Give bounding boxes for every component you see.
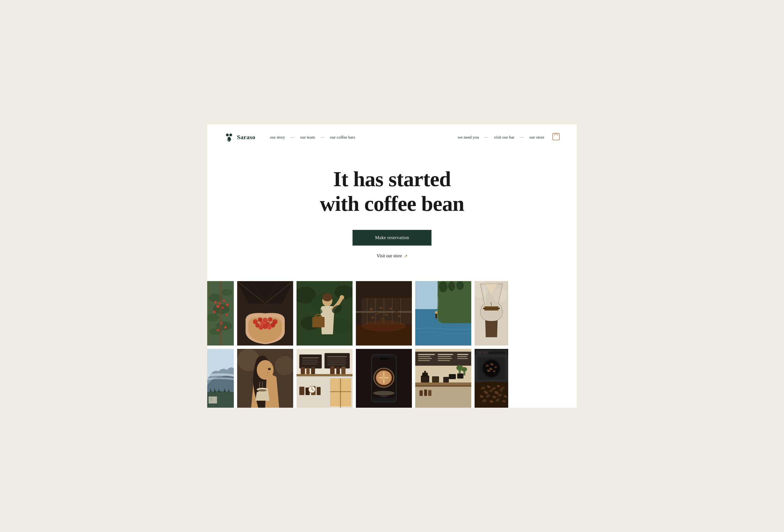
svg-rect-113 xyxy=(311,366,315,374)
svg-rect-154 xyxy=(457,358,468,359)
svg-rect-99 xyxy=(299,355,322,368)
svg-point-159 xyxy=(424,371,426,373)
hero-section: It has started with coffee bean Make res… xyxy=(207,150,577,281)
nav-sep-4: — xyxy=(520,135,524,139)
svg-point-30 xyxy=(268,317,273,322)
svg-point-201 xyxy=(479,352,481,354)
hero-title: It has started with coffee bean xyxy=(320,167,464,216)
svg-point-39 xyxy=(255,320,256,322)
svg-rect-138 xyxy=(380,358,388,360)
svg-rect-142 xyxy=(415,385,471,408)
svg-point-94 xyxy=(269,368,270,369)
svg-point-137 xyxy=(373,391,394,395)
photo-hands-cherries xyxy=(237,281,293,345)
svg-point-14 xyxy=(213,311,215,313)
svg-rect-21 xyxy=(220,281,222,345)
svg-rect-170 xyxy=(457,373,464,379)
svg-rect-86 xyxy=(208,396,217,403)
svg-rect-2 xyxy=(553,133,559,140)
svg-point-0 xyxy=(226,134,229,136)
photo-roasting-drum xyxy=(356,281,412,345)
make-reservation-button[interactable]: Make reservation xyxy=(353,230,431,246)
photo-latte-art xyxy=(356,349,412,408)
logo-text: Saraso xyxy=(237,134,255,141)
svg-rect-87 xyxy=(210,398,212,401)
photo-row-1 xyxy=(207,281,577,345)
nav-coffee-bars[interactable]: our coffee bars xyxy=(329,135,357,140)
svg-point-77 xyxy=(448,281,455,291)
nav-our-store[interactable]: our store xyxy=(528,135,545,140)
photo-person-picking xyxy=(297,281,353,345)
svg-rect-146 xyxy=(418,358,432,359)
svg-rect-116 xyxy=(341,366,345,374)
svg-point-40 xyxy=(265,319,266,320)
svg-point-28 xyxy=(258,317,262,322)
cart-button[interactable] xyxy=(552,133,560,142)
svg-point-13 xyxy=(226,304,229,306)
svg-rect-147 xyxy=(418,360,430,361)
svg-rect-139 xyxy=(381,396,387,397)
nav-left: our story — our team — our coffee bars xyxy=(269,135,457,140)
cart-icon xyxy=(552,133,560,141)
svg-point-1 xyxy=(229,134,232,136)
photo-woman-coffee xyxy=(237,349,293,408)
svg-point-12 xyxy=(215,301,217,303)
svg-point-9 xyxy=(223,300,225,302)
svg-point-38 xyxy=(267,325,272,330)
photo-row-2 xyxy=(207,349,577,408)
svg-rect-153 xyxy=(457,356,467,357)
photo-mountain xyxy=(207,349,234,408)
svg-rect-152 xyxy=(457,354,469,355)
navbar: Saraso our story — our team — our coffee… xyxy=(207,124,577,150)
svg-rect-144 xyxy=(418,354,435,355)
svg-point-202 xyxy=(483,352,485,354)
svg-point-20 xyxy=(226,314,228,316)
nav-we-need-you[interactable]: we need you xyxy=(457,135,480,140)
svg-point-50 xyxy=(340,295,344,300)
svg-point-92 xyxy=(257,360,274,380)
photo-shop-interior xyxy=(415,349,471,408)
svg-rect-112 xyxy=(306,368,310,374)
svg-rect-122 xyxy=(299,387,304,395)
visit-store-link[interactable]: Visit our store ↗ xyxy=(376,253,408,259)
svg-rect-151 xyxy=(438,360,450,361)
svg-point-5 xyxy=(221,289,232,296)
photo-gallery xyxy=(207,281,577,408)
svg-point-78 xyxy=(456,281,464,290)
svg-rect-111 xyxy=(301,367,305,374)
photo-beans-machine xyxy=(475,349,508,408)
page-wrapper: Saraso our story — our team — our coffee… xyxy=(207,124,577,408)
nav-our-team[interactable]: our team xyxy=(299,135,316,140)
svg-rect-125 xyxy=(317,387,320,395)
svg-point-96 xyxy=(258,389,267,391)
svg-point-7 xyxy=(207,314,219,321)
svg-rect-166 xyxy=(419,390,423,396)
svg-rect-145 xyxy=(418,356,431,357)
svg-rect-158 xyxy=(422,373,428,377)
logo-icon xyxy=(224,132,234,142)
svg-rect-79 xyxy=(436,313,437,318)
photo-chemex xyxy=(475,281,508,345)
photo-coastal-cliffs xyxy=(415,281,471,345)
svg-point-19 xyxy=(217,329,219,331)
nav-our-story[interactable]: our story xyxy=(269,135,286,140)
nav-visit-bar[interactable]: visit our bar xyxy=(493,135,516,140)
svg-point-41 xyxy=(275,320,276,322)
svg-point-49 xyxy=(322,293,332,301)
svg-point-165 xyxy=(461,367,467,371)
nav-sep-1: — xyxy=(291,135,295,139)
svg-rect-110 xyxy=(297,374,353,376)
svg-point-80 xyxy=(435,311,438,314)
nav-sep-3: — xyxy=(485,135,488,139)
logo-link[interactable]: Saraso xyxy=(224,132,255,142)
svg-rect-168 xyxy=(428,390,431,396)
svg-point-72 xyxy=(362,320,406,332)
nav-right: we need you — visit our bar — our store xyxy=(457,133,560,142)
svg-rect-156 xyxy=(415,385,471,387)
svg-point-11 xyxy=(222,307,224,309)
svg-rect-167 xyxy=(424,390,427,396)
photo-shop-exterior xyxy=(297,349,353,408)
svg-rect-169 xyxy=(449,374,456,379)
svg-point-10 xyxy=(217,305,219,308)
svg-point-37 xyxy=(263,324,268,329)
